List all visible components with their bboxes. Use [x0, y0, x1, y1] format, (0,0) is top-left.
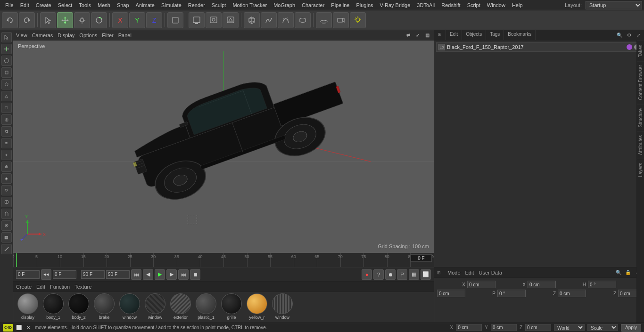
current-frame-input[interactable]	[411, 254, 432, 262]
vp-menu-cameras[interactable]: Cameras	[32, 32, 53, 38]
vp-icon-grid[interactable]: ▦	[423, 32, 431, 39]
right-tab-tags[interactable]: Tags	[486, 30, 504, 40]
right-tab-edit[interactable]: Edit	[446, 30, 462, 40]
attr-lock-icon[interactable]: 🔒	[624, 269, 632, 276]
bottom-icon-close[interactable]: ✕	[25, 324, 32, 332]
vp-icon-expand[interactable]: ⤢	[414, 32, 421, 39]
menu-window[interactable]: Window	[484, 1, 509, 9]
vert-tab-structure[interactable]: Structure	[637, 104, 644, 131]
menu-character[interactable]: Character	[298, 1, 328, 9]
left-icon-move[interactable]	[1, 44, 12, 54]
coord-y-input[interactable]	[491, 324, 517, 331]
mat-tab-function[interactable]: Function	[50, 284, 70, 290]
mat-item-body1[interactable]: body_1	[41, 293, 65, 320]
right-tab-objects[interactable]: Objects	[462, 30, 486, 40]
attr-tab-mode[interactable]: Mode	[447, 270, 461, 275]
left-icon-4[interactable]: ◎	[1, 114, 12, 125]
coord-z-input[interactable]	[525, 324, 551, 331]
left-icon-1[interactable]: ⬡	[1, 79, 12, 89]
scale-tool-button[interactable]	[74, 12, 90, 28]
light-button[interactable]	[350, 12, 366, 28]
left-icon-magnet[interactable]	[1, 209, 12, 219]
mat-tab-texture[interactable]: Texture	[74, 284, 91, 290]
mat-item-window1[interactable]: window	[118, 293, 141, 320]
vp-menu-view[interactable]: View	[16, 32, 27, 38]
select-tool-button[interactable]	[40, 12, 56, 28]
vert-tab-layers[interactable]: Layers	[637, 159, 644, 181]
attr-input-y2[interactable]	[437, 290, 465, 297]
z-axis-button[interactable]: Z	[146, 12, 162, 28]
right-tab-file[interactable]: ⊞	[434, 30, 446, 40]
mat-item-window3[interactable]: window	[271, 293, 294, 320]
x-axis-button[interactable]: X	[112, 12, 128, 28]
left-icon-rotate[interactable]	[1, 56, 12, 66]
vp-icon-arrows[interactable]: ⇄	[405, 32, 412, 39]
menu-select[interactable]: Select	[55, 1, 76, 9]
menu-render[interactable]: Render	[185, 1, 208, 9]
right-search-icon[interactable]: 🔍	[616, 32, 623, 39]
left-icon-select[interactable]	[1, 32, 12, 42]
floor-button[interactable]	[316, 12, 332, 28]
object-row-truck[interactable]: L0 Black_Ford_F_150_Raptor_2017	[436, 42, 642, 52]
spline-button[interactable]	[261, 12, 277, 28]
left-icon-scale[interactable]	[1, 67, 12, 78]
mat-item-plastic1[interactable]: plastic_1	[194, 293, 218, 320]
prev-marker-button[interactable]: ◂◂	[41, 269, 51, 280]
vp-menu-options[interactable]: Options	[79, 32, 97, 38]
attr-input-x2[interactable]	[528, 281, 556, 288]
right-tab-bookmarks[interactable]: Bookmarks	[504, 30, 536, 40]
step-forward-button[interactable]: ▶	[166, 269, 177, 280]
move-tool-button[interactable]	[57, 12, 73, 28]
attr-input-x1[interactable]	[467, 281, 495, 288]
scale-dropdown[interactable]: Scale	[587, 324, 618, 331]
menu-file[interactable]: File	[2, 1, 17, 9]
stop-button[interactable]: ⏹	[190, 269, 200, 280]
attr-tab-edit[interactable]: Edit	[465, 270, 474, 275]
left-icon-grid[interactable]: ▦	[1, 232, 12, 243]
mat-item-display[interactable]: display	[16, 293, 40, 320]
step-back-button[interactable]: ◀	[143, 269, 153, 280]
menu-pipeline[interactable]: Pipeline	[328, 1, 353, 9]
mat-item-yellow[interactable]: yellow_r	[245, 293, 269, 320]
menu-snap[interactable]: Snap	[114, 1, 132, 9]
vp-menu-filter[interactable]: Filter	[102, 32, 113, 38]
key-mode-button[interactable]: ▦	[409, 269, 419, 280]
nurbs-button[interactable]	[278, 12, 294, 28]
menu-motion-tracker[interactable]: Motion Tracker	[229, 1, 270, 9]
autokey-button[interactable]: ⏺	[385, 269, 396, 280]
vert-tab-attributes[interactable]: Attributes	[637, 131, 644, 159]
timeline-end-frame1[interactable]	[81, 270, 105, 279]
timeline-end-frame2[interactable]	[106, 270, 130, 279]
rotate-tool-button[interactable]	[91, 12, 107, 28]
attr-input-h[interactable]	[588, 281, 616, 288]
help-button[interactable]: ?	[373, 269, 384, 280]
menu-plugins[interactable]: Plugins	[353, 1, 376, 9]
redo-button[interactable]	[19, 12, 35, 28]
menu-vray[interactable]: V-Ray Bridge	[377, 1, 414, 9]
render-view-button[interactable]	[206, 12, 222, 28]
apply-button[interactable]: Apply	[621, 324, 641, 332]
left-icon-3[interactable]: □	[1, 103, 12, 113]
mat-item-exterior[interactable]: exterior	[169, 293, 192, 320]
mat-item-brake[interactable]: brake	[92, 293, 116, 320]
menu-mesh[interactable]: Mesh	[94, 1, 114, 9]
bottom-icon-layout[interactable]: ⬜	[15, 324, 23, 332]
vert-tab-content-browser[interactable]: Content Browser	[637, 61, 644, 104]
left-icon-grab[interactable]	[1, 220, 12, 231]
menu-script[interactable]: Script	[464, 1, 484, 9]
goto-end-button[interactable]: ⏭	[178, 269, 189, 280]
render-region-button[interactable]	[189, 12, 205, 28]
layout-select[interactable]: Startup	[586, 1, 642, 9]
vp-menu-panel[interactable]: Panel	[118, 32, 132, 38]
menu-tools[interactable]: Tools	[75, 1, 94, 9]
right-expand-icon[interactable]: ⤢	[635, 32, 642, 39]
pose-button[interactable]: P	[397, 269, 407, 280]
left-icon-brush[interactable]	[1, 197, 12, 207]
attr-search-icon[interactable]: 🔍	[615, 269, 622, 276]
mat-item-body2[interactable]: body_2	[67, 293, 91, 320]
attr-input-z1[interactable]	[558, 290, 586, 297]
timeline-current-frame[interactable]	[53, 270, 76, 279]
left-icon-9[interactable]: ◈	[1, 173, 12, 184]
left-icon-2[interactable]: △	[1, 91, 12, 101]
right-settings-icon[interactable]: ⚙	[625, 32, 633, 39]
